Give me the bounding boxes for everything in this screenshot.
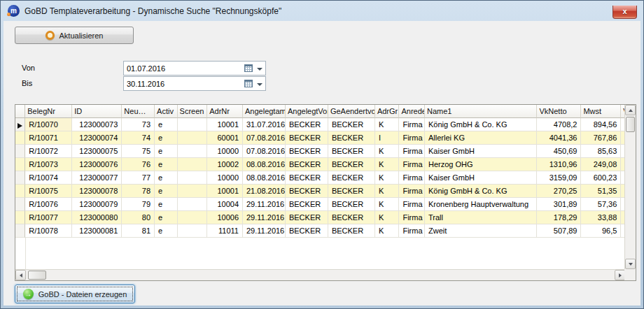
- cell-adrgr[interactable]: I: [375, 131, 400, 145]
- cell-geaendertvon[interactable]: BECKER: [328, 224, 375, 238]
- cell-adrnr[interactable]: 10001: [207, 118, 243, 131]
- cell-id[interactable]: 123000076: [72, 158, 122, 171]
- cell-geaendertvon[interactable]: BECKER: [328, 198, 375, 211]
- cell-geaendertvon[interactable]: BECKER: [328, 185, 375, 198]
- cell-angelegtvon[interactable]: BECKER: [286, 185, 328, 198]
- cell-belegnr[interactable]: R/10073: [25, 158, 72, 171]
- cell-belegnr[interactable]: R/10071: [25, 131, 72, 145]
- vertical-scroll-thumb[interactable]: [626, 117, 635, 132]
- row-selector[interactable]: [15, 185, 25, 198]
- column-header-angelegtvon[interactable]: AngelegtVon: [286, 105, 328, 118]
- cell-vknetto[interactable]: 3159,09: [537, 171, 581, 185]
- cell-activ[interactable]: e: [155, 198, 178, 211]
- calendar-icon[interactable]: [244, 64, 253, 72]
- column-header-geaendertvon[interactable]: GeAendertvon: [328, 105, 375, 118]
- cell-adrnr[interactable]: 10006: [207, 211, 243, 224]
- cell-angelegtam[interactable]: 29.11.2016: [243, 211, 286, 224]
- cell-neu[interactable]: 79: [122, 198, 155, 211]
- cell-screen[interactable]: [178, 211, 208, 224]
- cell-adrgr[interactable]: K: [375, 171, 400, 185]
- cell-neu[interactable]: 75: [122, 145, 155, 158]
- cell-angelegtvon[interactable]: BECKER: [286, 171, 328, 185]
- cell-vknetto[interactable]: 178,29: [537, 211, 581, 224]
- cell-adrgr[interactable]: K: [375, 118, 400, 131]
- cell-adrnr[interactable]: 10004: [207, 198, 243, 211]
- cell-belegnr[interactable]: R/10077: [25, 211, 72, 224]
- column-header-angelegtam[interactable]: Angelegtam: [243, 105, 286, 118]
- scroll-up-button[interactable]: [625, 105, 636, 115]
- cell-angelegtvon[interactable]: BECKER: [286, 131, 328, 145]
- cell-id[interactable]: 123000077: [72, 171, 122, 185]
- horizontal-scrollbar[interactable]: [15, 269, 625, 280]
- cell-angelegtam[interactable]: 31.07.2016: [243, 118, 286, 131]
- cell-vknetto[interactable]: 4708,2: [537, 118, 581, 131]
- cell-vknetto[interactable]: 301,89: [537, 198, 581, 211]
- row-selector[interactable]: [15, 171, 25, 185]
- cell-angelegtam[interactable]: 08.08.2016: [243, 171, 286, 185]
- cell-anrede[interactable]: Firma: [399, 198, 425, 211]
- cell-angelegtam[interactable]: 29.11.2016: [243, 224, 286, 238]
- column-header-vknetto[interactable]: VkNetto: [537, 105, 581, 118]
- column-header-mwst[interactable]: Mwst: [581, 105, 621, 118]
- cell-activ[interactable]: e: [155, 171, 178, 185]
- cell-vknetto[interactable]: 1310,96: [537, 158, 581, 171]
- cell-angelegtam[interactable]: 07.08.2016: [243, 131, 286, 145]
- cell-adrnr[interactable]: 11011: [207, 224, 243, 238]
- cell-id[interactable]: 123000080: [72, 211, 122, 224]
- cell-adrnr[interactable]: 10000: [207, 145, 243, 158]
- cell-activ[interactable]: e: [155, 145, 178, 158]
- row-selector[interactable]: [15, 131, 25, 145]
- cell-name1[interactable]: Zweit: [425, 224, 537, 238]
- vertical-scrollbar[interactable]: [624, 105, 636, 269]
- cell-angelegtvon[interactable]: BECKER: [286, 224, 328, 238]
- cell-angelegtam[interactable]: 08.08.2016: [243, 158, 286, 171]
- chevron-down-icon[interactable]: [257, 83, 262, 86]
- cell-vknetto[interactable]: 4041,36: [537, 131, 581, 145]
- cell-belegnr[interactable]: R/10072: [25, 145, 72, 158]
- cell-mwst[interactable]: 85,63: [581, 145, 621, 158]
- cell-adrgr[interactable]: K: [375, 198, 400, 211]
- bis-date-field[interactable]: [123, 76, 266, 91]
- cell-adrgr[interactable]: K: [375, 185, 400, 198]
- cell-angelegtam[interactable]: 21.08.2016: [243, 185, 286, 198]
- cell-activ[interactable]: e: [155, 118, 178, 131]
- cell-name1[interactable]: Kaiser GmbH: [425, 145, 537, 158]
- row-selector[interactable]: [15, 224, 25, 238]
- cell-angelegtvon[interactable]: BECKER: [286, 145, 328, 158]
- cell-adrgr[interactable]: K: [375, 145, 400, 158]
- cell-geaendertvon[interactable]: BECKER: [328, 145, 375, 158]
- bis-date-input[interactable]: [124, 77, 243, 90]
- cell-anrede[interactable]: Firma: [399, 158, 425, 171]
- cell-anrede[interactable]: Firma: [399, 211, 425, 224]
- scroll-down-button[interactable]: [625, 259, 636, 269]
- cell-anrede[interactable]: Firma: [399, 145, 425, 158]
- close-button[interactable]: x: [612, 6, 637, 19]
- cell-belegnr[interactable]: R/10070: [25, 118, 72, 131]
- cell-belegnr[interactable]: R/10076: [25, 198, 72, 211]
- row-selector-header[interactable]: [15, 105, 25, 118]
- cell-vknetto[interactable]: 450,69: [537, 145, 581, 158]
- cell-name1[interactable]: Allerlei KG: [425, 131, 537, 145]
- column-header-neu[interactable]: Neu…: [122, 105, 155, 118]
- row-selector[interactable]: [15, 158, 25, 171]
- row-selector[interactable]: [15, 198, 25, 211]
- cell-screen[interactable]: [178, 171, 208, 185]
- cell-mwst[interactable]: 767,86: [581, 131, 621, 145]
- column-header-adrnr[interactable]: AdrNr: [207, 105, 243, 118]
- cell-adrgr[interactable]: K: [375, 224, 400, 238]
- column-header-activ[interactable]: Activ: [155, 105, 178, 118]
- cell-adrnr[interactable]: 60001: [207, 131, 243, 145]
- cell-name1[interactable]: Kaiser GmbH: [425, 171, 537, 185]
- cell-screen[interactable]: [178, 131, 208, 145]
- cell-name1[interactable]: Kronenberg Hauptverwaltung: [425, 198, 537, 211]
- von-date-field[interactable]: [123, 61, 266, 76]
- row-selector[interactable]: [15, 118, 25, 131]
- cell-id[interactable]: 123000073: [72, 118, 122, 131]
- cell-mwst[interactable]: 600,23: [581, 171, 621, 185]
- cell-neu[interactable]: 77: [122, 171, 155, 185]
- cell-mwst[interactable]: 894,56: [581, 118, 621, 131]
- cell-geaendertvon[interactable]: BECKER: [328, 211, 375, 224]
- cell-mwst[interactable]: 51,35: [581, 185, 621, 198]
- cell-anrede[interactable]: Firma: [399, 185, 425, 198]
- column-header-belegnr[interactable]: BelegNr: [25, 105, 72, 118]
